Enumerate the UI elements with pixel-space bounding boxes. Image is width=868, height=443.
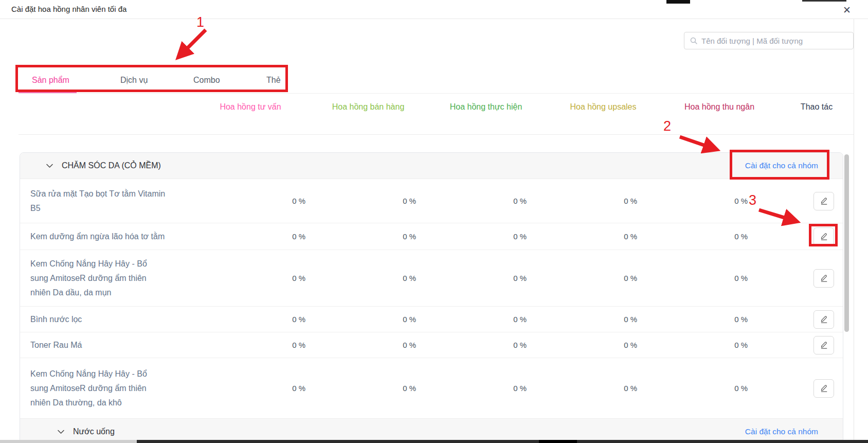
horizontal-scrollbar-thumb[interactable]: [137, 440, 868, 443]
product-name: Kem Chống Nắng Hây Hây - Bổ sung Amitose…: [30, 367, 147, 410]
commission-value: 0 %: [428, 179, 539, 223]
table-row: Toner Rau Má 0 % 0 % 0 % 0 % 0 %: [20, 332, 843, 358]
product-name: Bình nước lọc: [30, 312, 82, 327]
group-header-nuoc-uong: Nước uống Cài đặt cho cả nhóm: [20, 418, 843, 443]
product-name: Kem Chống Nắng Hây Hây - Bổ sung Amitose…: [30, 257, 147, 300]
commission-value: 0 %: [318, 250, 428, 306]
table-row: Kem Chống Nắng Hây Hây - Bổ sung Amitose…: [20, 250, 843, 306]
page-edge-artifact: [802, 0, 846, 2]
commission-value: 0 %: [318, 179, 428, 223]
table-row: Sữa rửa mặt Tạo bọt Tơ tằm Vitamin B5 0 …: [20, 179, 843, 223]
modal-titlebar: Cài đặt hoa hồng nhân viên tối đa ✕: [0, 0, 868, 19]
column-header-tu-van: Hoa hồng tư vấn: [220, 101, 281, 113]
commission-value: 0 %: [428, 358, 539, 418]
group-settings-link[interactable]: Cài đặt cho cả nhóm: [745, 427, 818, 436]
chevron-down-icon[interactable]: [57, 429, 65, 434]
pencil-icon: [820, 315, 828, 324]
tab-san-pham[interactable]: Sản phẩm: [32, 74, 69, 86]
group-title: Nước uống: [73, 427, 115, 436]
chevron-down-icon[interactable]: [46, 163, 53, 168]
commission-table: CHĂM SÓC DA (CỎ MỀM) Cài đặt cho cả nhóm…: [20, 152, 843, 443]
edit-button[interactable]: [813, 336, 834, 355]
commission-value: 0 %: [649, 307, 760, 332]
tab-combo[interactable]: Combo: [193, 74, 220, 86]
commission-value: 0 %: [649, 179, 760, 223]
commission-value: 0 %: [539, 250, 649, 306]
pencil-icon: [820, 197, 828, 205]
commission-value: 0 %: [649, 332, 760, 358]
tab-dich-vu[interactable]: Dịch vụ: [120, 74, 148, 86]
commission-value: 0 %: [649, 358, 760, 418]
commission-value: 0 %: [428, 307, 539, 332]
page-edge-artifact: [666, 0, 690, 4]
group-header-cham-soc-da: CHĂM SÓC DA (CỎ MỀM) Cài đặt cho cả nhóm: [20, 153, 843, 179]
commission-value: 0 %: [539, 223, 649, 250]
annotation-step-2: 2: [663, 118, 671, 134]
column-header-upsales: Hoa hồng upsales: [570, 101, 637, 113]
column-header-thao-tac: Thao tác: [801, 101, 833, 113]
commission-value: 0 %: [318, 307, 428, 332]
commission-value: 0 %: [649, 223, 760, 250]
header-divider: [19, 134, 854, 135]
edit-button[interactable]: [813, 310, 834, 329]
commission-value: 0 %: [207, 332, 318, 358]
tab-the[interactable]: Thẻ: [266, 74, 281, 86]
commission-value: 0 %: [318, 332, 428, 358]
modal-title: Cài đặt hoa hồng nhân viên tối đa: [11, 5, 126, 13]
commission-value: 0 %: [318, 358, 428, 418]
commission-value: 0 %: [207, 307, 318, 332]
table-row: Kem Chống Nắng Hây Hây - Bổ sung Amitose…: [20, 358, 843, 418]
commission-value: 0 %: [318, 223, 428, 250]
pencil-icon: [820, 274, 828, 282]
tabs-divider: [19, 93, 854, 94]
column-header-ban-hang: Hoa hồng bán hàng: [332, 101, 405, 113]
commission-value: 0 %: [539, 332, 649, 358]
commission-value: 0 %: [207, 358, 318, 418]
group-settings-link[interactable]: Cài đặt cho cả nhóm: [745, 161, 818, 170]
search-icon: [690, 37, 698, 45]
search-box: [684, 32, 854, 49]
content-right-edge: [854, 19, 854, 443]
column-header-thuc-hien: Hoa hồng thực hiện: [450, 101, 522, 113]
close-icon[interactable]: ✕: [840, 4, 854, 17]
commission-value: 0 %: [649, 250, 760, 306]
edit-button[interactable]: [813, 227, 834, 246]
commission-value: 0 %: [428, 250, 539, 306]
edit-button[interactable]: [813, 192, 834, 210]
vertical-scrollbar-thumb[interactable]: [844, 154, 849, 332]
commission-value: 0 %: [207, 250, 318, 306]
commission-value: 0 %: [539, 179, 649, 223]
edit-button[interactable]: [813, 269, 834, 288]
horizontal-scrollbar-segment: [539, 440, 577, 443]
product-name: Kem dưỡng ẩm ngừa lão hóa tơ tằm: [30, 229, 165, 244]
commission-value: 0 %: [207, 179, 318, 223]
commission-value: 0 %: [207, 223, 318, 250]
group-title: CHĂM SÓC DA (CỎ MỀM): [62, 161, 161, 170]
commission-value: 0 %: [539, 358, 649, 418]
search-input[interactable]: [701, 37, 848, 45]
column-header-thu-ngan: Hoa hồng thu ngân: [684, 101, 754, 113]
commission-settings-modal: Cài đặt hoa hồng nhân viên tối đa ✕ Sản …: [0, 0, 868, 443]
product-name: Sữa rửa mặt Tạo bọt Tơ tằm Vitamin B5: [30, 187, 165, 216]
table-row: Bình nước lọc 0 % 0 % 0 % 0 % 0 %: [20, 306, 843, 332]
edit-button[interactable]: [813, 379, 834, 398]
commission-value: 0 %: [428, 223, 539, 250]
pencil-icon: [820, 384, 828, 393]
pencil-icon: [820, 341, 828, 349]
commission-value: 0 %: [539, 307, 649, 332]
pencil-icon: [820, 232, 828, 241]
table-row: Kem dưỡng ẩm ngừa lão hóa tơ tằm 0 % 0 %…: [20, 223, 843, 250]
commission-value: 0 %: [428, 332, 539, 358]
product-name: Toner Rau Má: [30, 338, 82, 352]
